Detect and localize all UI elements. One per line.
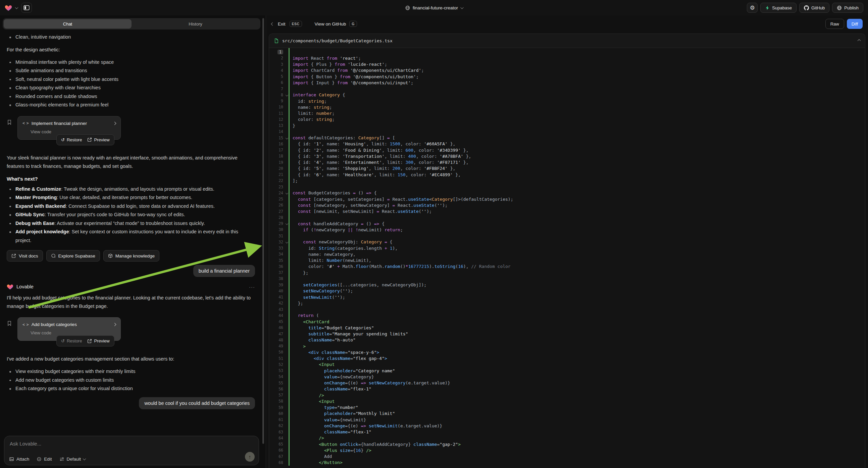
bullet-list: Minimalist interface with plenty of whit…: [7, 58, 255, 110]
code-text: title="Budget Categories": [283, 325, 374, 330]
line-number: 46: [269, 325, 283, 330]
code-text: id: String(categories.length + 1),: [283, 246, 398, 251]
publish-globe-icon: [837, 5, 842, 10]
exit-button[interactable]: Exit: [278, 22, 285, 27]
list-item: Debug with Ease: Activate our experiment…: [7, 219, 255, 228]
list-item: Rounded corners and subtle shadows: [7, 92, 255, 101]
line-number: 4: [269, 68, 283, 73]
lovable-logo-icon[interactable]: [5, 4, 12, 11]
line-number: 19: [269, 160, 283, 165]
version-card-title: Add budget categories: [32, 322, 111, 327]
user-message: would be cool if you could add budget ca…: [139, 397, 255, 409]
attach-button[interactable]: Attach: [9, 457, 29, 462]
code-lines[interactable]: 12import React from 'react';3import { Pl…: [269, 48, 865, 466]
line-number: 37: [269, 270, 283, 275]
file-icon: [274, 38, 279, 43]
project-switcher[interactable]: financial-future-creator: [405, 0, 463, 16]
diff-toggle-button[interactable]: Diff: [847, 19, 863, 29]
view-on-github-button[interactable]: View on GitHub: [315, 22, 346, 27]
file-bar[interactable]: src/components/budget/BudgetCategories.t…: [269, 34, 865, 48]
publish-button[interactable]: Publish: [832, 3, 863, 13]
code-line: 30 if (!newCategory || !newLimit) return…: [269, 227, 865, 233]
chat-history-tabs: Chat History: [3, 18, 260, 30]
list-item-bold: Expand with Backend: [16, 203, 66, 209]
chat-paragraph: Your sleek financial planner is now read…: [7, 154, 255, 171]
code-text: id: string;: [283, 99, 327, 104]
bookmark-icon[interactable]: [7, 321, 12, 326]
publish-label: Publish: [844, 5, 859, 10]
edit-mode-button[interactable]: Edit: [37, 457, 52, 462]
restore-button[interactable]: ↺Restore: [61, 339, 82, 344]
tab-chat[interactable]: Chat: [4, 19, 131, 29]
line-number: 27: [269, 209, 283, 214]
external-link-icon: [11, 254, 16, 258]
view-code-link[interactable]: View code: [31, 129, 116, 134]
preview-button[interactable]: Preview: [87, 339, 110, 344]
chat-scrollbar[interactable]: [262, 18, 264, 444]
code-line: 4import ChartCard from '@/components/ui/…: [269, 67, 865, 74]
line-number: 67: [269, 454, 283, 459]
code-line: 42 };: [269, 300, 865, 306]
list-item-bold: GitHub Sync: [16, 212, 44, 217]
code-text: <Plus size={16} />: [283, 448, 371, 453]
line-number: 22: [269, 178, 283, 183]
code-text: subtitle="Manage your spending limits": [283, 331, 408, 337]
bookmark-icon[interactable]: [7, 119, 12, 125]
mode-selector[interactable]: Default: [59, 457, 86, 462]
code-text: import { Button } from '@/components/ui/…: [283, 74, 419, 79]
list-item: Glass-morphic elements for a premium fee…: [7, 101, 255, 110]
list-item-text: Glass-morphic elements for a premium fee…: [16, 102, 108, 108]
code-line: 40 setNewCategory('');: [269, 288, 865, 294]
line-number: 62: [269, 423, 283, 428]
code-line: 51 <div className="flex gap-4">: [269, 355, 865, 361]
sidebar-toggle-button[interactable]: [21, 3, 32, 13]
code-text: import { Input } from '@/components/ui/i…: [283, 80, 413, 85]
action-manage-knowledge-button[interactable]: Manage knowledge: [103, 250, 159, 262]
list-item: Expand with Backend: Connect Supabase to…: [7, 202, 255, 211]
preview-button[interactable]: Preview: [87, 137, 110, 142]
code-line: 11 limit: number;: [269, 111, 865, 117]
logo-menu-chevron-icon[interactable]: [15, 6, 19, 9]
bullet-list: Refine & Customize: Tweak the design, an…: [7, 185, 255, 245]
top-bar: financial-future-creator ⚙ Supabase GitH…: [0, 0, 868, 16]
code-text: { id: '3', name: 'Transportation', limit…: [283, 154, 471, 159]
list-item: Subtle animations and transitions: [7, 66, 255, 75]
list-item: Minimalist interface with plenty of whit…: [7, 58, 255, 67]
code-text: const BudgetCategories = () => {: [283, 191, 376, 195]
more-icon[interactable]: ···: [249, 284, 255, 290]
line-number: 49: [269, 344, 283, 349]
line-number: 3: [269, 62, 283, 67]
list-item-bold: Refine & Customize: [16, 186, 61, 192]
line-number: 24: [269, 191, 283, 195]
github-button[interactable]: GitHub: [799, 3, 829, 13]
restore-button[interactable]: ↺Restore: [61, 137, 82, 142]
list-item-text: Subtle animations and transitions: [16, 68, 87, 73]
raw-toggle-button[interactable]: Raw: [826, 19, 844, 29]
view-code-link[interactable]: View code: [31, 330, 116, 335]
code-line: 29 const handleAddCategory = () => {: [269, 221, 865, 227]
code-line: 18 { id: '3', name: 'Transportation', li…: [269, 153, 865, 159]
target-icon: [37, 457, 41, 462]
code-tag-icon: < >: [23, 322, 29, 327]
code-text: };: [283, 270, 308, 275]
collapse-chevron-icon[interactable]: [858, 39, 861, 42]
chat-input[interactable]: [10, 441, 205, 446]
code-text: <Button onClick={handleAddCategory} clas…: [283, 442, 461, 447]
supabase-button[interactable]: Supabase: [760, 3, 797, 13]
settings-button[interactable]: ⚙: [747, 3, 757, 13]
list-item-text: Each category gets a unique color for vi…: [16, 386, 133, 391]
action-visit-docs-button[interactable]: Visit docs: [7, 250, 43, 262]
code-text: Add: [283, 454, 332, 459]
code-text: { id: '2', name: 'Food & Dining', limit:…: [283, 148, 468, 153]
chevron-left-icon[interactable]: [271, 22, 275, 26]
lovable-heart-icon: [7, 284, 13, 290]
code-tag-icon: < >: [23, 121, 29, 125]
line-number: 42: [269, 301, 283, 305]
send-button[interactable]: ↑: [245, 452, 255, 462]
list-item: GitHub Sync: Transfer your project's cod…: [7, 210, 255, 219]
tab-history[interactable]: History: [131, 19, 259, 29]
chat-messages[interactable]: Clean, intuitive navigationFor the desig…: [0, 32, 262, 433]
code-line: 27 const [newLimit, setNewLimit] = React…: [269, 208, 865, 214]
action-explore-supabase-button[interactable]: Explore Supabase: [46, 250, 100, 262]
code-line: 49 >: [269, 343, 865, 349]
